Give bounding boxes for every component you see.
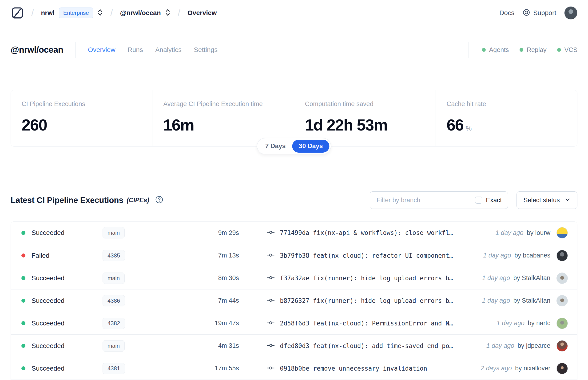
commit-hash: 0918b0be [280, 365, 309, 372]
workspace-tabs: Overview Runs Analytics Settings [88, 46, 218, 54]
breadcrumb-page: Overview [188, 9, 217, 17]
support-link[interactable]: Support [522, 8, 556, 18]
tab-runs[interactable]: Runs [128, 46, 143, 54]
duration: 7m 44s [181, 297, 239, 304]
git-commit-icon [267, 342, 275, 350]
author: by nartc [528, 320, 550, 327]
branch-badge: 4382 [103, 318, 125, 329]
tab-overview[interactable]: Overview [88, 46, 115, 54]
branch-badge: main [103, 272, 125, 284]
status-dot-icon [21, 321, 25, 325]
breadcrumb-workspace[interactable]: @nrwl/ocean [120, 9, 161, 17]
time-ago: 1 day ago [496, 320, 525, 327]
breadcrumb-org[interactable]: nrwl [41, 9, 55, 17]
status-dot-icon [21, 231, 25, 235]
duration: 4m 31s [181, 342, 239, 349]
status-label: Succeeded [32, 365, 64, 372]
author: by jdpearce [517, 342, 550, 349]
table-row[interactable]: Succeeded 4381 17m 55s 0918b0be remove u… [11, 357, 577, 380]
breadcrumb-separator: / [178, 7, 180, 18]
divider [76, 42, 76, 58]
workspace-selector-chevron-icon[interactable] [161, 8, 171, 18]
stat-value: 1d 22h 53m [305, 116, 387, 134]
commit-message: fix(runner): hide log upload errors b… [313, 297, 453, 304]
chevron-down-icon [565, 197, 570, 204]
commit-hash: dfed80d3 [280, 342, 309, 349]
table-row[interactable]: Succeeded 4386 7m 44s b8726327 fix(runne… [11, 289, 577, 312]
author: by nixallover [515, 365, 550, 372]
avatar [556, 318, 568, 329]
duration: 19m 47s [181, 320, 239, 327]
tab-settings[interactable]: Settings [194, 46, 218, 54]
toggle-7-days[interactable]: 7 Days [259, 140, 292, 152]
branch-badge: main [103, 227, 125, 238]
git-commit-icon [267, 364, 275, 373]
avatar [556, 363, 568, 374]
table-row[interactable]: Succeeded main 4m 31s dfed80d3 feat(nx-c… [11, 334, 577, 357]
commit-message: fix(nx-api & workflows): close workfl… [313, 229, 453, 236]
author: by StalkAltan [513, 274, 550, 282]
commit-message: fix(runner): hide log upload errors b… [313, 275, 453, 282]
commit-message: feat(nx-cloud): add time-saved end po… [313, 342, 453, 349]
breadcrumb: / nrwl Enterprise / @nrwl/ocean / Overvi… [11, 6, 217, 20]
status-filter-select[interactable]: Select status [516, 191, 577, 209]
commit-hash: f37a32ae [280, 275, 309, 282]
time-ago: 1 day ago [486, 342, 514, 349]
duration: 9m 29s [181, 229, 239, 237]
stat-ci-pipeline-executions: CI Pipeline Executions 260 [11, 90, 152, 146]
stat-value: 260 [22, 116, 47, 134]
status-label: Succeeded [32, 274, 64, 282]
section-title: Latest CI Pipeline Executions [11, 195, 123, 205]
time-ago: 1 day ago [482, 297, 510, 304]
time-ago: 1 day ago [482, 274, 510, 282]
table-row[interactable]: Succeeded 4382 19m 47s 2d58f6d3 feat(nx-… [11, 312, 577, 334]
docs-link[interactable]: Docs [499, 9, 514, 17]
page-title: @nrwl/ocean [11, 45, 63, 55]
avatar [556, 227, 568, 238]
git-commit-icon [267, 228, 275, 237]
stats-section: CI Pipeline Executions 260 Average CI Pi… [11, 90, 577, 147]
user-avatar[interactable] [564, 6, 577, 19]
lifebuoy-icon [522, 8, 530, 18]
status-dot-icon [21, 344, 25, 348]
org-selector-chevron-icon[interactable] [93, 8, 103, 18]
commit-hash: b8726327 [280, 297, 309, 304]
status-label: Succeeded [32, 297, 64, 304]
status-dot-icon [21, 366, 25, 370]
git-commit-icon [267, 296, 275, 305]
duration: 8m 30s [181, 274, 239, 282]
duration: 7m 13s [181, 252, 239, 259]
branch-filter-input[interactable] [370, 192, 469, 209]
commit-hash: 2d58f6d3 [280, 320, 309, 327]
duration: 17m 55s [181, 365, 239, 372]
top-navbar: / nrwl Enterprise / @nrwl/ocean / Overvi… [0, 0, 588, 26]
table-row[interactable]: Succeeded main 9m 29s 771499da fix(nx-ap… [11, 222, 577, 244]
avatar [556, 272, 568, 284]
status-dot-icon [21, 299, 25, 303]
workspace-header: @nrwl/ocean Overview Runs Analytics Sett… [11, 42, 577, 57]
author: by lourw [527, 229, 550, 237]
git-commit-icon [267, 274, 275, 283]
toggle-30-days[interactable]: 30 Days [292, 140, 329, 152]
nx-cloud-logo-icon[interactable] [11, 6, 24, 20]
tab-analytics[interactable]: Analytics [155, 46, 182, 54]
org-plan-badge: Enterprise [59, 7, 93, 18]
date-range-toggle: 7 Days 30 Days [257, 138, 331, 154]
branch-filter-group: Exact [370, 191, 508, 209]
time-ago: 1 day ago [495, 229, 524, 237]
branch-badge: main [103, 340, 125, 352]
breadcrumb-separator: / [110, 7, 113, 18]
table-row[interactable]: Failed 4385 7m 13s 3b79fb38 feat(nx-clou… [11, 244, 577, 267]
author: by bcabanes [514, 252, 550, 259]
exact-match-toggle[interactable]: Exact [469, 192, 508, 209]
stat-cache-hit-rate: Cache hit rate 66 % [436, 90, 577, 146]
commit-hash: 3b79fb38 [280, 252, 309, 259]
avatar [556, 250, 568, 261]
status-label: Succeeded [32, 229, 64, 237]
question-circle-icon[interactable] [149, 195, 163, 205]
table-row[interactable]: Succeeded main 8m 30s f37a32ae fix(runne… [11, 267, 577, 289]
git-commit-icon [267, 319, 275, 328]
cipe-table: Succeeded main 9m 29s 771499da fix(nx-ap… [11, 221, 577, 380]
commit-message: feat(nx-cloud): PermissionError and N… [313, 320, 453, 327]
exact-checkbox[interactable] [475, 197, 482, 204]
